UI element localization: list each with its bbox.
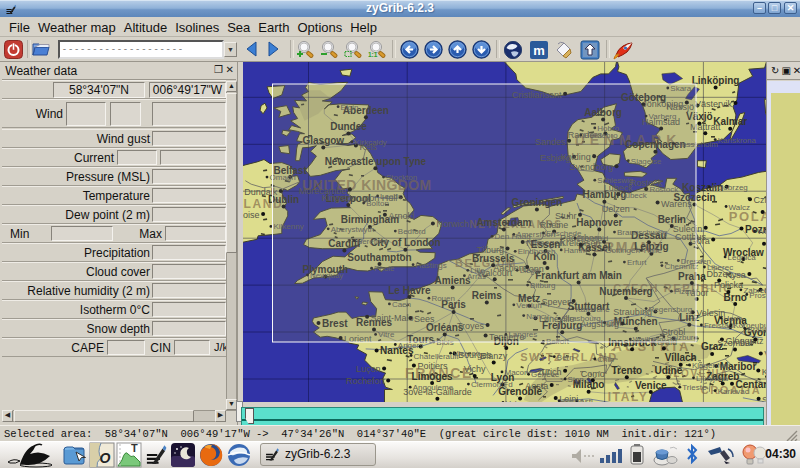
svg-text:m: m	[533, 43, 545, 58]
svg-text:Klagenfurt: Klagenfurt	[692, 361, 729, 370]
svg-text:Aosta: Aosta	[525, 381, 548, 391]
svg-text:ClermontFd: ClermontFd	[471, 380, 513, 389]
svg-text:Wrzesnia: Wrzesnia	[757, 227, 766, 236]
svg-text:Limoges: Limoges	[412, 371, 454, 382]
svg-text:Vichy: Vichy	[464, 364, 486, 374]
svg-text:Blanzy: Blanzy	[480, 351, 508, 361]
svg-text:Walcz: Walcz	[729, 203, 750, 212]
svg-text:Chur: Chur	[597, 355, 615, 364]
svg-text:Valence: Valence	[506, 399, 535, 403]
svg-text:Bratislava: Bratislava	[747, 325, 766, 334]
svg-text:Angouleme: Angouleme	[413, 383, 454, 392]
svg-text:Torino: Torino	[562, 397, 584, 402]
svg-text:Bern: Bern	[557, 353, 574, 362]
svg-text:Szombat: Szombat	[717, 338, 753, 348]
svg-text:Trieste: Trieste	[682, 383, 707, 392]
svg-text:T: T	[131, 442, 138, 454]
svg-text:Kolobrzeg: Kolobrzeg	[712, 183, 748, 192]
svg-text:Czluchó: Czluchó	[754, 195, 767, 205]
svg-text:Prostejov: Prostejov	[749, 291, 766, 300]
svg-text:O: O	[100, 450, 111, 466]
svg-text:Vierzon: Vierzon	[453, 349, 480, 358]
svg-text:ITALY: ITALY	[608, 390, 649, 402]
svg-text:Legnica: Legnica	[728, 253, 757, 262]
svg-text:Geneve: Geneve	[531, 370, 560, 379]
svg-text:Liberec: Liberec	[707, 263, 733, 272]
svg-text:Luçon: Luçon	[356, 364, 381, 374]
svg-text:Karlovac: Karlovac	[718, 387, 749, 396]
svg-text:Trento: Trento	[612, 365, 643, 376]
svg-text:Sion: Sion	[568, 375, 584, 384]
svg-text:Ljubljana: Ljubljana	[696, 374, 729, 383]
svg-text:Macon: Macon	[505, 368, 529, 377]
svg-text:Rochefort: Rochefort	[346, 376, 386, 386]
svg-text:Udine: Udine	[655, 365, 683, 376]
svg-text:Linköping: Linköping	[692, 75, 740, 86]
svg-text:Västervik: Västervik	[695, 99, 733, 109]
svg-text:Venice: Venice	[635, 380, 667, 391]
svg-text:Como: Como	[581, 369, 605, 379]
svg-text:1:1: 1:1	[368, 51, 378, 58]
svg-text:Port Laoise: Port Laoise	[243, 210, 260, 220]
svg-text:Karlskrona: Karlskrona	[718, 136, 757, 145]
